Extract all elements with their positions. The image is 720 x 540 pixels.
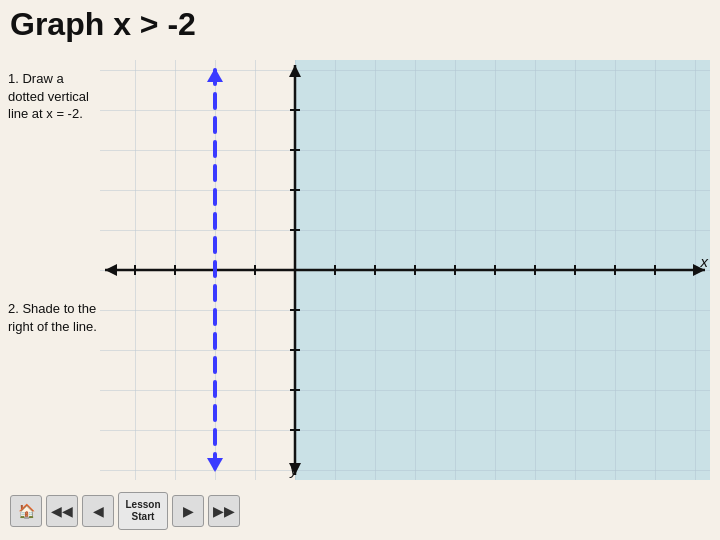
step1-text: 1. Draw a dotted vertical line at x = -2… — [8, 70, 103, 123]
graph-area: x y — [100, 60, 710, 480]
next-icon: ▶ — [183, 503, 194, 519]
x-axis-label: x — [701, 253, 709, 270]
coordinate-grid — [100, 60, 710, 480]
lesson-start-button[interactable]: LessonStart — [118, 492, 168, 530]
page-title: Graph x > -2 — [10, 6, 196, 43]
lesson-label: LessonStart — [125, 499, 160, 523]
home-icon: 🏠 — [18, 503, 35, 519]
next-skip-icon: ▶▶ — [213, 503, 235, 519]
prev-skip-icon: ◀◀ — [51, 503, 73, 519]
y-axis-label: y — [290, 461, 298, 478]
step2-text: 2. Shade to the right of the line. — [8, 300, 103, 335]
prev-button[interactable]: ◀ — [82, 495, 114, 527]
home-button[interactable]: 🏠 — [10, 495, 42, 527]
next-button[interactable]: ▶ — [172, 495, 204, 527]
navigation-bar: 🏠 ◀◀ ◀ LessonStart ▶ ▶▶ — [0, 492, 720, 530]
next-skip-button[interactable]: ▶▶ — [208, 495, 240, 527]
prev-icon: ◀ — [93, 503, 104, 519]
prev-skip-button[interactable]: ◀◀ — [46, 495, 78, 527]
